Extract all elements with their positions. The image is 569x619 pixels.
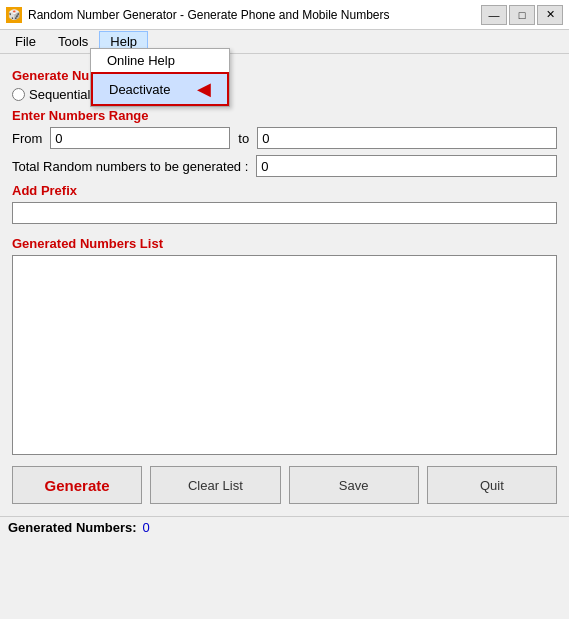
save-button[interactable]: Save [289,466,419,504]
prefix-input[interactable] [12,202,557,224]
title-text: Random Number Generator - Generate Phone… [28,8,481,22]
range-row: From to [12,127,557,149]
close-button[interactable]: ✕ [537,5,563,25]
generated-list[interactable] [12,255,557,455]
to-label: to [238,131,249,146]
status-label: Generated Numbers: [8,520,137,535]
maximize-button[interactable]: □ [509,5,535,25]
list-section-label: Generated Numbers List [12,236,557,251]
clear-list-button[interactable]: Clear List [150,466,280,504]
window-controls: — □ ✕ [481,5,563,25]
status-bar: Generated Numbers: 0 [0,516,569,538]
sequential-radio-label[interactable]: Sequential [12,87,90,102]
menu-bar: File Tools Help [0,30,569,54]
total-input[interactable] [256,155,557,177]
total-row: Total Random numbers to be generated : [12,155,557,177]
menu-file[interactable]: File [4,31,47,52]
red-arrow-icon: ◀ [197,78,211,100]
prefix-section-label: Add Prefix [12,183,557,198]
from-input[interactable] [50,127,230,149]
status-value: 0 [143,520,150,535]
generate-button[interactable]: Generate [12,466,142,504]
dropdown-menu: Online Help Deactivate ◀ [90,48,230,107]
online-help-item[interactable]: Online Help [91,49,229,72]
deactivate-item[interactable]: Deactivate ◀ [91,72,229,106]
help-dropdown: Online Help Deactivate ◀ [90,48,230,107]
minimize-button[interactable]: — [481,5,507,25]
range-section-label: Enter Numbers Range [12,108,557,123]
quit-button[interactable]: Quit [427,466,557,504]
app-icon: 🎲 [6,7,22,23]
sequential-radio[interactable] [12,88,25,101]
to-input[interactable] [257,127,557,149]
total-label: Total Random numbers to be generated : [12,159,248,174]
from-label: From [12,131,42,146]
main-content: Generate Numb... Sequential Random Enter… [0,54,569,516]
button-row: Generate Clear List Save Quit [12,466,557,504]
title-bar: 🎲 Random Number Generator - Generate Pho… [0,0,569,30]
